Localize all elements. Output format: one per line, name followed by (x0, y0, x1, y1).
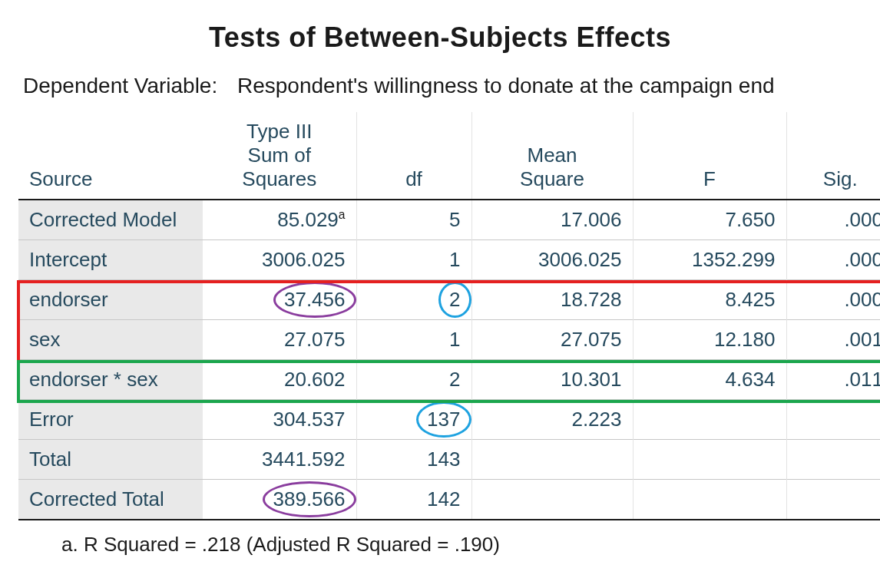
cell-ms (471, 480, 633, 520)
footnote: a. R Squared = .218 (Adjusted R Squared … (18, 520, 862, 557)
cell-f (633, 440, 786, 480)
cell-ss: 37.456 (203, 280, 356, 320)
table-row: endorser * sex20.602210.3014.634.011 (18, 360, 880, 400)
cell-source: sex (18, 320, 203, 360)
cell-ms: 27.075 (471, 320, 633, 360)
header-row: Source Type III Sum of Squares df Mean S… (18, 112, 880, 200)
cell-ms: 17.006 (471, 200, 633, 240)
cell-ss: 20.602 (203, 360, 356, 400)
dependent-variable-value: Respondent's willingness to donate at th… (237, 74, 775, 97)
cell-ms: 2.223 (471, 400, 633, 440)
cell-sig: .000 (786, 280, 880, 320)
cell-sig: .000 (786, 200, 880, 240)
table-row: sex27.075127.07512.180.001 (18, 320, 880, 360)
cell-source: Total (18, 440, 203, 480)
cell-df: 142 (356, 480, 471, 520)
anova-table-wrap: Source Type III Sum of Squares df Mean S… (18, 112, 862, 520)
dependent-variable-label: Dependent Variable: (23, 74, 217, 97)
cell-sig: .001 (786, 320, 880, 360)
cell-df: 2 (356, 280, 471, 320)
cell-sig (786, 440, 880, 480)
cell-sig (786, 480, 880, 520)
cell-df: 143 (356, 440, 471, 480)
anova-table: Source Type III Sum of Squares df Mean S… (18, 112, 880, 520)
col-f: F (633, 112, 786, 200)
table-row: Error304.5371372.223 (18, 400, 880, 440)
col-ms: Mean Square (471, 112, 633, 200)
cell-df: 5 (356, 200, 471, 240)
table-row: Corrected Model85.029a517.0067.650.000 (18, 200, 880, 240)
cell-sig: .011 (786, 360, 880, 400)
cell-f (633, 400, 786, 440)
table-row: Total3441.592143 (18, 440, 880, 480)
cell-f: 1352.299 (633, 240, 786, 280)
cell-df: 2 (356, 360, 471, 400)
cell-sig: .000 (786, 240, 880, 280)
cell-ss: 3006.025 (203, 240, 356, 280)
cell-ss: 304.537 (203, 400, 356, 440)
cell-source: Corrected Model (18, 200, 203, 240)
dependent-variable-line: Dependent Variable: Respondent's willing… (18, 74, 862, 98)
blue-circle-annotation (416, 401, 471, 438)
cell-ss: 3441.592 (203, 440, 356, 480)
cell-ss: 85.029a (203, 200, 356, 240)
cell-source: Corrected Total (18, 480, 203, 520)
cell-f: 12.180 (633, 320, 786, 360)
cell-source: Intercept (18, 240, 203, 280)
blue-circle-annotation (438, 282, 471, 318)
col-sig: Sig. (786, 112, 880, 200)
cell-source: endorser * sex (18, 360, 203, 400)
cell-ss: 27.075 (203, 320, 356, 360)
cell-df: 1 (356, 240, 471, 280)
purple-circle-annotation (273, 282, 356, 318)
table-row: Intercept3006.02513006.0251352.299.000 (18, 240, 880, 280)
cell-ms: 10.301 (471, 360, 633, 400)
cell-ms (471, 440, 633, 480)
cell-sig (786, 400, 880, 440)
cell-ss: 389.566 (203, 480, 356, 520)
cell-source: Error (18, 400, 203, 440)
cell-f (633, 480, 786, 520)
cell-ms: 18.728 (471, 280, 633, 320)
cell-f: 7.650 (633, 200, 786, 240)
cell-df: 137 (356, 400, 471, 440)
col-ss: Type III Sum of Squares (203, 112, 356, 200)
cell-f: 8.425 (633, 280, 786, 320)
page-title: Tests of Between-Subjects Effects (18, 21, 862, 54)
col-df: df (356, 112, 471, 200)
cell-f: 4.634 (633, 360, 786, 400)
col-source: Source (18, 112, 203, 200)
cell-source: endorser (18, 280, 203, 320)
table-row: endorser37.456218.7288.425.000 (18, 280, 880, 320)
table-row: Corrected Total389.566142 (18, 480, 880, 520)
cell-ms: 3006.025 (471, 240, 633, 280)
purple-circle-annotation (263, 481, 356, 517)
cell-df: 1 (356, 320, 471, 360)
